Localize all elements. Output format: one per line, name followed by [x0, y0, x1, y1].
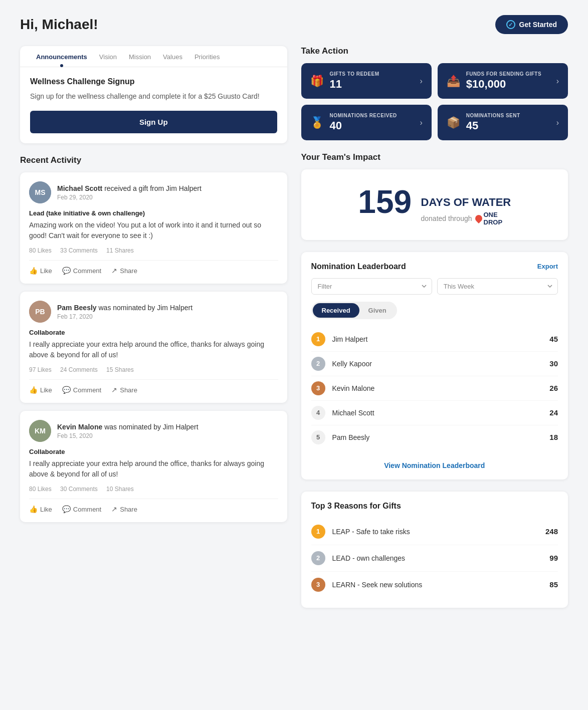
chevron-right-icon: ›: [420, 77, 422, 86]
take-action-title: Take Action: [301, 46, 568, 56]
activity-person-name: Pam Beesly: [57, 304, 97, 312]
activity-person: Michael Scott received a gift from Jim H…: [57, 184, 202, 194]
like-button[interactable]: 👍 Like: [29, 505, 52, 513]
activity-person: Pam Beesly was nominated by Jim Halpert: [57, 303, 192, 313]
get-started-button[interactable]: ✓ Get Started: [495, 15, 568, 34]
gifts-to-redeem-tile[interactable]: 🎁 GIFTS TO REDEEM 11 ›: [301, 63, 432, 99]
one-drop-text: ONEDROP: [484, 211, 503, 226]
chevron-right-icon: ›: [556, 77, 559, 86]
team-impact-card: 159 DAYS OF WATER donated through ONEDRO…: [301, 169, 568, 240]
share-button[interactable]: ↗ Share: [111, 267, 137, 275]
tab-mission[interactable]: Mission: [123, 46, 157, 67]
share-icon: ↗: [111, 505, 117, 513]
comment-icon: 💬: [62, 505, 71, 513]
announcement-text: Sign up for the wellness challenge and c…: [30, 91, 277, 102]
list-item: 2 Kelly Kapoor 30: [311, 352, 558, 376]
leaderboard-score: 45: [549, 335, 558, 343]
comment-icon: 💬: [62, 386, 71, 394]
activity-meta: Michael Scott received a gift from Jim H…: [57, 184, 202, 201]
activity-stats: 80 Likes 33 Comments 11 Shares: [29, 247, 278, 254]
list-item: 3 Kevin Malone 26: [311, 376, 558, 401]
activity-card: PB Pam Beesly was nominated by Jim Halpe…: [20, 292, 287, 403]
comments-count: 30 Comments: [60, 486, 98, 493]
left-column: Announcements Vision Mission Values Prio…: [20, 46, 287, 608]
tab-priorities[interactable]: Priorities: [188, 46, 226, 67]
likes-count: 80 Likes: [29, 486, 52, 493]
shares-count: 11 Shares: [106, 247, 134, 254]
activity-action: was nominated by Jim Halpert: [104, 423, 199, 431]
comment-label: Comment: [73, 386, 101, 394]
tile-left: 📦 NOMINATIONS SENT 45: [447, 113, 520, 132]
impact-text-block: DAYS OF WATER donated through ONEDROP: [421, 196, 511, 226]
given-toggle-button[interactable]: Given: [359, 303, 396, 318]
like-label: Like: [40, 267, 52, 275]
comment-button[interactable]: 💬 Comment: [62, 386, 101, 394]
nominations-received-tile[interactable]: 🏅 NOMINATIONS RECEIVED 40 ›: [301, 105, 432, 140]
medal-icon: 🏅: [310, 116, 324, 129]
share-button[interactable]: ↗ Share: [111, 386, 137, 394]
nominations-sent-tile[interactable]: 📦 NOMINATIONS SENT 45 ›: [438, 105, 568, 140]
impact-number: 159: [358, 183, 412, 220]
shares-count: 15 Shares: [106, 366, 134, 373]
tile-value: $10,000: [466, 78, 541, 91]
impact-sub: donated through ONEDROP: [421, 211, 511, 226]
view-leaderboard-button[interactable]: View Nomination Leaderboard: [311, 456, 558, 469]
activity-action: received a gift from Jim Halpert: [104, 184, 202, 192]
comments-count: 33 Comments: [60, 247, 98, 254]
comment-icon: 💬: [62, 267, 71, 275]
leaderboard-name: Jim Halpert: [332, 335, 550, 343]
export-button[interactable]: Export: [537, 263, 558, 270]
like-icon: 👍: [29, 267, 38, 275]
funds-for-gifts-tile[interactable]: 📤 FUNDS FOR SENDING GIFTS $10,000 ›: [438, 63, 568, 99]
chevron-right-icon: ›: [556, 118, 559, 127]
comment-label: Comment: [73, 506, 101, 513]
activity-actions: 👍 Like 💬 Comment ↗ Share: [29, 499, 278, 513]
check-icon: ✓: [506, 20, 515, 29]
tab-values[interactable]: Values: [157, 46, 188, 67]
leaderboard-section: Nomination Leaderboard Export Filter Thi…: [301, 252, 568, 480]
comment-label: Comment: [73, 267, 101, 275]
tile-text: NOMINATIONS RECEIVED 40: [330, 113, 397, 132]
share-icon: ↗: [111, 386, 117, 394]
activity-tag: Collaborate: [29, 329, 278, 336]
tile-text: NOMINATIONS SENT 45: [466, 113, 520, 132]
likes-count: 97 Likes: [29, 366, 52, 373]
avatar: MS: [29, 181, 51, 203]
likes-count: 80 Likes: [29, 247, 52, 254]
top-reasons-section: Top 3 Reasons for Gifts 1 LEAP - Safe to…: [301, 492, 568, 608]
shares-count: 10 Shares: [106, 486, 134, 493]
tile-value: 45: [466, 119, 520, 132]
activity-actions: 👍 Like 💬 Comment ↗ Share: [29, 379, 278, 394]
filter-select[interactable]: Filter: [311, 278, 432, 295]
tab-vision[interactable]: Vision: [93, 46, 123, 67]
tile-label: GIFTS TO REDEEM: [330, 71, 379, 77]
like-button[interactable]: 👍 Like: [29, 267, 52, 275]
reason-score: 99: [549, 554, 558, 562]
action-tiles-grid: 🎁 GIFTS TO REDEEM 11 › 📤 FUNDS FOR SENDI…: [301, 63, 568, 140]
comment-button[interactable]: 💬 Comment: [62, 267, 101, 275]
sign-up-button[interactable]: Sign Up: [30, 111, 277, 133]
like-button[interactable]: 👍 Like: [29, 386, 52, 394]
share-button[interactable]: ↗ Share: [111, 505, 137, 513]
tile-value: 40: [330, 119, 397, 132]
activity-date: Feb 29, 2020: [57, 194, 202, 201]
received-toggle-button[interactable]: Received: [313, 303, 359, 318]
activity-card: KM Kevin Malone was nominated by Jim Hal…: [20, 411, 287, 522]
tile-text: FUNDS FOR SENDING GIFTS $10,000: [466, 71, 541, 91]
activity-comment: Amazing work on the video! You put a lot…: [29, 220, 278, 241]
tile-text: GIFTS TO REDEEM 11: [330, 71, 379, 91]
tab-announcements[interactable]: Announcements: [30, 46, 93, 67]
team-impact-title: Your Team's Impact: [301, 152, 568, 162]
activity-action: was nominated by Jim Halpert: [99, 304, 193, 312]
leaderboard-score: 30: [549, 359, 558, 368]
share-label: Share: [120, 506, 137, 513]
activity-stats: 97 Likes 24 Comments 15 Shares: [29, 366, 278, 373]
chevron-right-icon: ›: [420, 118, 422, 127]
recent-activity-title: Recent Activity: [20, 155, 287, 165]
period-select[interactable]: This Week This Month All Time: [437, 278, 558, 295]
recent-activity-section: Recent Activity MS Michael Scott receive…: [20, 155, 287, 522]
right-column: Take Action 🎁 GIFTS TO REDEEM 11 ›: [301, 46, 568, 608]
svg-text:MS: MS: [35, 188, 46, 196]
list-item: 3 LEARN - Seek new solutions 85: [311, 572, 558, 598]
comment-button[interactable]: 💬 Comment: [62, 505, 101, 513]
